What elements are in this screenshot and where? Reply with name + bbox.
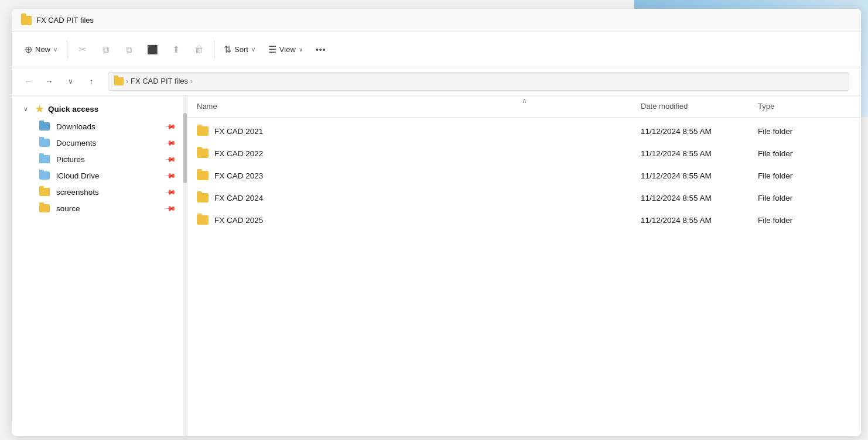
table-row[interactable]: FX CAD 2023 11/12/2024 8:55 AM File fold…	[187, 164, 861, 187]
forward-button[interactable]: →	[40, 72, 59, 91]
downloads-pin-icon: 📌	[165, 121, 177, 133]
view-chevron-icon: ∨	[299, 46, 303, 53]
paste-button[interactable]: ⧉	[118, 39, 140, 61]
screenshots-folder-icon	[39, 187, 50, 197]
source-folder-icon	[39, 204, 50, 213]
more-options-button[interactable]: •••	[310, 39, 332, 61]
source-pin-icon: 📌	[165, 202, 177, 215]
icloud-folder-icon	[39, 171, 50, 180]
cut-button[interactable]: ✂	[71, 39, 93, 61]
documents-folder-icon	[39, 138, 50, 147]
back-button[interactable]: ←	[19, 72, 37, 91]
file-type-1: File folder	[758, 149, 852, 158]
file-folder-icon	[197, 215, 209, 225]
file-date-0: 11/12/2024 8:55 AM	[641, 127, 758, 136]
rename-button[interactable]: ⬛	[141, 39, 163, 61]
icloud-pin-icon: 📌	[165, 170, 177, 182]
cut-icon: ✂	[78, 44, 86, 55]
breadcrumb-separator: ›	[126, 77, 128, 85]
sort-icon: ⇅	[224, 44, 231, 55]
rename-icon: ⬛	[147, 44, 158, 55]
breadcrumb[interactable]: › FX CAD PIT files ›	[108, 72, 849, 91]
sidebar-documents-label: Documents	[56, 139, 96, 147]
up-button[interactable]: ↑	[82, 72, 101, 91]
up-icon: ↑	[90, 77, 94, 86]
col-name-header[interactable]: Name	[197, 102, 641, 111]
sidebar-item-screenshots[interactable]: screenshots 📌	[14, 184, 184, 200]
back-icon: ←	[24, 77, 32, 86]
collapse-icon: ∨	[23, 105, 32, 113]
copy-button[interactable]: ⧉	[94, 39, 117, 61]
file-name-4: FX CAD 2025	[214, 216, 641, 225]
file-type-4: File folder	[758, 216, 852, 225]
nav-bar: ← → ∨ ↑ › FX CAD PIT files ›	[12, 67, 861, 95]
title-folder-icon	[21, 16, 32, 25]
scrollbar-track	[183, 95, 187, 436]
file-date-1: 11/12/2024 8:55 AM	[641, 149, 758, 158]
table-row[interactable]: FX CAD 2024 11/12/2024 8:55 AM File fold…	[187, 187, 861, 209]
window-title: FX CAD PIT files	[36, 16, 94, 25]
file-type-3: File folder	[758, 194, 852, 202]
delete-icon: 🗑	[194, 44, 204, 55]
sort-chevron-icon: ∨	[251, 46, 255, 53]
sidebar-item-icloud[interactable]: iCloud Drive 📌	[14, 167, 184, 184]
sidebar-item-downloads[interactable]: Downloads 📌	[14, 118, 184, 135]
view-icon: ☰	[268, 44, 276, 55]
file-explorer-window: FX CAD PIT files ⊕ New ∨ ✂ ⧉ ⧉ ⬛ ⬆ 🗑 ⇅	[12, 9, 861, 436]
file-date-2: 11/12/2024 8:55 AM	[641, 171, 758, 180]
breadcrumb-path: FX CAD PIT files	[131, 77, 188, 85]
file-folder-icon	[197, 126, 209, 136]
file-date-3: 11/12/2024 8:55 AM	[641, 194, 758, 202]
sidebar-downloads-label: Downloads	[56, 122, 95, 131]
new-plus-icon: ⊕	[25, 44, 32, 55]
sidebar-item-source[interactable]: source 📌	[14, 200, 184, 216]
quick-access-header[interactable]: ∨ ★ Quick access	[14, 100, 184, 118]
toolbar-divider-2	[214, 41, 214, 59]
sort-direction-icon: ∧	[522, 97, 527, 105]
breadcrumb-folder-icon	[114, 77, 124, 85]
quick-access-label: ★ Quick access	[35, 104, 98, 115]
toolbar-divider-1	[67, 41, 67, 59]
share-button[interactable]: ⬆	[165, 39, 187, 61]
sidebar-item-documents[interactable]: Documents 📌	[14, 135, 184, 151]
file-date-4: 11/12/2024 8:55 AM	[641, 216, 758, 225]
pictures-pin-icon: 📌	[165, 153, 177, 166]
sort-label: Sort	[234, 45, 248, 54]
file-name-2: FX CAD 2023	[214, 171, 641, 180]
screenshots-pin-icon: 📌	[165, 186, 177, 198]
recent-button[interactable]: ∨	[61, 72, 80, 91]
share-icon: ⬆	[172, 44, 180, 55]
file-folder-icon	[197, 193, 209, 202]
table-row[interactable]: FX CAD 2022 11/12/2024 8:55 AM File fold…	[187, 142, 861, 164]
file-folder-icon	[197, 149, 209, 158]
scrollbar-thumb[interactable]	[183, 113, 187, 183]
new-button[interactable]: ⊕ New ∨	[19, 39, 63, 61]
table-row[interactable]: FX CAD 2025 11/12/2024 8:55 AM File fold…	[187, 209, 861, 231]
main-content: ∨ ★ Quick access Downloads 📌 Docume	[12, 95, 861, 436]
file-list-header: ∧ Name Date modified Type	[187, 95, 861, 118]
sidebar-source-label: source	[56, 204, 80, 213]
sort-button[interactable]: ⇅ Sort ∨	[218, 39, 261, 61]
sidebar-icloud-label: iCloud Drive	[56, 171, 100, 180]
sidebar-item-pictures[interactable]: Pictures 📌	[14, 151, 184, 167]
delete-button[interactable]: 🗑	[188, 39, 210, 61]
new-label: New	[35, 45, 50, 54]
table-row[interactable]: FX CAD 2021 11/12/2024 8:55 AM File fold…	[187, 120, 861, 142]
sidebar: ∨ ★ Quick access Downloads 📌 Docume	[12, 95, 187, 436]
sidebar-pictures-label: Pictures	[56, 155, 85, 164]
title-bar: FX CAD PIT files	[12, 9, 861, 32]
file-type-2: File folder	[758, 171, 852, 180]
forward-icon: →	[45, 77, 53, 86]
view-button[interactable]: ☰ View ∨	[262, 39, 309, 61]
sidebar-screenshots-label: screenshots	[56, 188, 99, 197]
col-date-header[interactable]: Date modified	[641, 102, 758, 111]
col-type-header[interactable]: Type	[758, 102, 852, 111]
file-name-1: FX CAD 2022	[214, 149, 641, 158]
file-name-3: FX CAD 2024	[214, 194, 641, 202]
toolbar: ⊕ New ∨ ✂ ⧉ ⧉ ⬛ ⬆ 🗑 ⇅ Sort ∨ ☰	[12, 32, 861, 67]
copy-icon: ⧉	[102, 44, 109, 55]
paste-icon: ⧉	[126, 44, 132, 55]
file-name-0: FX CAD 2021	[214, 127, 641, 136]
downloads-folder-icon	[39, 122, 50, 131]
file-area: ∧ Name Date modified Type FX CAD 2021 11…	[187, 95, 861, 436]
